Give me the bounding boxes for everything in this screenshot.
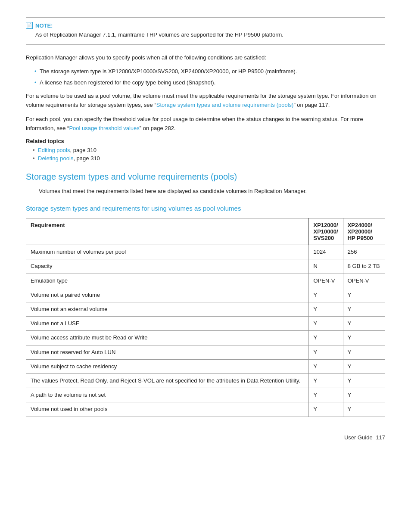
cell-requirement: A path to the volume is not set [26,388,309,402]
related-item-suffix-0: , page 310 [70,147,96,153]
editing-pools-link[interactable]: Editing pools [38,147,70,153]
table-row: Volume access attribute must be Read or … [26,331,385,345]
cell-xp24000: Y [343,331,385,345]
cell-xp24000: Y [343,302,385,317]
cell-requirement: Volume not reserved for Auto LUN [26,345,309,359]
storage-system-link[interactable]: Storage system types and volume requirem… [156,102,294,108]
cell-requirement: Volume subject to cache residency [26,359,309,373]
cell-xp24000: Y [343,373,385,388]
list-item: The storage system type is XP12000/XP100… [34,67,385,76]
table-row: Maximum number of volumes per pool102425… [26,245,385,259]
footer-page: 117 [376,434,385,441]
cell-xp12000: OPEN-V [309,274,343,288]
table-row: Volume not reserved for Auto LUNYY [26,345,385,359]
cell-xp24000: 8 GB to 2 TB [343,259,385,274]
cell-requirement: Volume not a LUSE [26,317,309,331]
cell-requirement: The values Protect, Read Only, and Rejec… [26,373,309,388]
cell-xp12000: Y [309,288,343,302]
col-header-xp12000: XP12000/XP10000/SVS200 [309,218,343,245]
section1-heading: Storage system types and volume requirem… [26,172,385,182]
cell-requirement: Emulation type [26,274,309,288]
related-item: Deleting pools, page 310 [33,155,385,162]
deleting-pools-link[interactable]: Deleting pools [38,155,73,162]
cell-requirement: Volume not an external volume [26,302,309,317]
cell-xp24000: OPEN-V [343,274,385,288]
requirements-table: Requirement XP12000/XP10000/SVS200 XP240… [26,218,385,417]
table-row: Volume subject to cache residencyYY [26,359,385,373]
pool-volume-text2: For each pool, you can specify the thres… [26,115,385,133]
page-footer: User Guide 117 [26,434,385,441]
table-row: Volume not an external volumeYY [26,302,385,317]
note-header: 📄 NOTE: [26,22,385,29]
table-row: The values Protect, Read Only, and Rejec… [26,373,385,388]
table-row: Volume not a LUSEYY [26,317,385,331]
note-label: NOTE: [35,22,53,29]
cell-xp12000: Y [309,359,343,373]
list-item: A license has been registered for the co… [34,78,385,87]
table-row: Volume not used in other poolsYY [26,402,385,417]
cell-xp24000: 256 [343,245,385,259]
intro-paragraph: Replication Manager allows you to specif… [26,53,385,62]
note-box: 📄 NOTE: As of Replication Manager 7.1.1,… [26,17,385,45]
table-row: Emulation typeOPEN-VOPEN-V [26,274,385,288]
pool-threshold-link[interactable]: Pool usage threshold values [69,125,139,131]
table-row: Volume not a paired volumeYY [26,288,385,302]
note-icon: 📄 [26,22,33,29]
cell-xp24000: Y [343,388,385,402]
cell-requirement: Volume access attribute must be Read or … [26,331,309,345]
note-text: As of Replication Manager 7.1.1, mainfra… [35,31,283,38]
pool-text2-post: ” on page 282. [140,125,176,131]
cell-xp12000: Y [309,317,343,331]
cell-xp12000: Y [309,402,343,417]
related-topics-section: Related topics Editing pools, page 310 D… [26,138,385,162]
related-topics-label: Related topics [26,138,385,144]
cell-xp24000: Y [343,402,385,417]
cell-xp12000: Y [309,345,343,359]
cell-requirement: Volume not a paired volume [26,288,309,302]
conditions-list: The storage system type is XP12000/XP100… [34,67,385,87]
cell-requirement: Maximum number of volumes per pool [26,245,309,259]
col-header-requirement: Requirement [26,218,309,245]
pool-volume-text1: For a volume to be used as a pool volume… [26,92,385,110]
footer-label: User Guide [344,434,373,441]
related-item: Editing pools, page 310 [33,147,385,153]
cell-requirement: Capacity [26,259,309,274]
cell-xp24000: Y [343,317,385,331]
pool-text1-post: ” on page 117. [293,102,330,108]
cell-xp12000: Y [309,388,343,402]
cell-xp24000: Y [343,288,385,302]
col-header-xp24000: XP24000/XP20000/HP P9500 [343,218,385,245]
table-row: CapacityN8 GB to 2 TB [26,259,385,274]
table-row: A path to the volume is not setYY [26,388,385,402]
cell-xp12000: 1024 [309,245,343,259]
related-topics-list: Editing pools, page 310 Deleting pools, … [33,147,385,162]
section2-heading: Storage system types and requirements fo… [26,205,385,212]
condition-1: The storage system type is XP12000/XP100… [40,68,297,75]
cell-requirement: Volume not used in other pools [26,402,309,417]
note-body: As of Replication Manager 7.1.1, mainfra… [26,31,385,39]
cell-xp24000: Y [343,359,385,373]
related-item-suffix-1: , page 310 [73,155,100,162]
section1-intro: Volumes that meet the requirements liste… [26,187,385,196]
condition-2: A license has been registered for the co… [40,79,215,86]
cell-xp12000: N [309,259,343,274]
cell-xp24000: Y [343,345,385,359]
cell-xp12000: Y [309,373,343,388]
cell-xp12000: Y [309,302,343,317]
cell-xp12000: Y [309,331,343,345]
